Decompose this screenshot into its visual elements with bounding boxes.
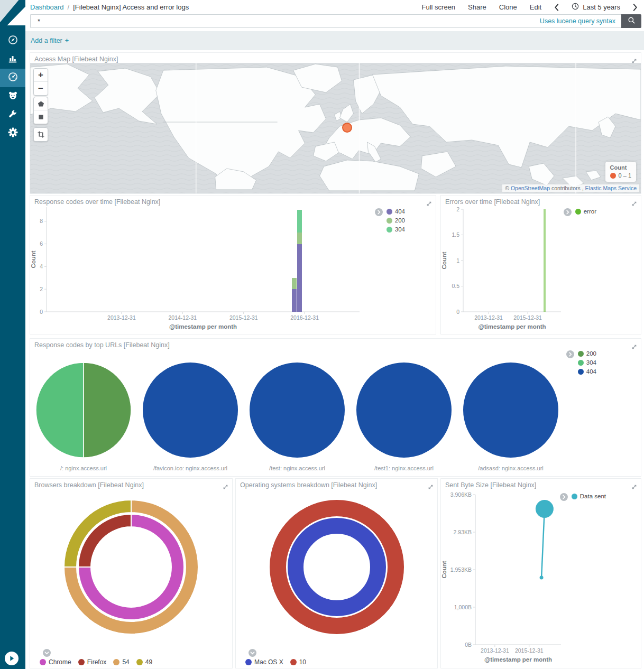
legend-item-error[interactable]: error (575, 208, 596, 215)
legend-item-200[interactable]: 200 (578, 350, 596, 357)
legend-collapse-icon[interactable] (43, 649, 51, 657)
expand-icon[interactable] (631, 57, 637, 66)
expand-icon[interactable] (428, 482, 434, 492)
fit-bounds-button[interactable] (34, 128, 48, 141)
sidebar-item-visualize[interactable] (0, 50, 25, 69)
full-screen-button[interactable]: Full screen (422, 3, 456, 11)
expand-icon[interactable] (631, 199, 637, 209)
browsers-legend: Chrome Firefox 54 49 (40, 658, 152, 666)
panel-title: Browsers breakdown [Filebeat Nginx] (34, 481, 144, 489)
clone-button[interactable]: Clone (499, 3, 517, 11)
chart-legend: error (564, 208, 596, 216)
legend-item-49[interactable]: 49 (136, 658, 152, 666)
legend-item-200[interactable]: 200 (387, 217, 405, 224)
legend-toggle-icon[interactable] (564, 208, 572, 216)
breadcrumb-dashboard-link[interactable]: Dashboard (30, 3, 64, 11)
zoom-out-button[interactable]: − (34, 82, 48, 95)
svg-text:2016-12-31: 2016-12-31 (290, 314, 319, 321)
add-filter-link[interactable]: Add a filter (31, 37, 62, 44)
svg-text:@timestamp per month: @timestamp per month (478, 323, 546, 330)
pie-chart[interactable]: /test1: nginx.access.url (351, 349, 457, 474)
pie-chart[interactable]: /test: nginx.access.url (244, 349, 351, 474)
legend-item-chrome[interactable]: Chrome (40, 658, 71, 666)
elastic-maps-link[interactable]: Elastic Maps Service (585, 185, 637, 191)
pie-chart[interactable]: /adsasd: nginx.access.url (457, 349, 564, 474)
top-actions: Full screen Share Clone Edit Last 5 year… (422, 3, 638, 12)
svg-text:2015-12-31: 2015-12-31 (515, 647, 544, 654)
top-navbar: Dashboard / [Filebeat Nginx] Access and … (25, 0, 644, 14)
response-codes-chart[interactable]: 024682013-12-312014-12-312015-12-312016-… (30, 205, 400, 334)
sidebar-item-management[interactable] (0, 124, 25, 143)
chart-legend: Data sent (560, 493, 606, 501)
expand-icon[interactable] (426, 199, 432, 209)
browsers-donut-chart[interactable] (63, 499, 199, 637)
os-donut-chart[interactable] (269, 499, 405, 637)
time-back-button[interactable] (554, 4, 559, 11)
expand-icon[interactable] (631, 482, 637, 492)
sidebar-item-discover[interactable] (0, 32, 25, 50)
legend-item-304[interactable]: 304 (387, 226, 405, 233)
series-dot (572, 494, 577, 499)
sent-bytes-chart[interactable]: 0B1,000B1.953KB2.93KB3.906KB2013-12-3120… (441, 484, 642, 668)
draw-rectangle-button[interactable] (34, 110, 48, 124)
legend-item-404[interactable]: 404 (387, 208, 405, 215)
sidebar-item-dev-tools[interactable] (0, 106, 25, 124)
svg-text:0.5: 0.5 (452, 283, 459, 289)
svg-text:@timestamp per month: @timestamp per month (484, 656, 552, 663)
errors-chart[interactable]: 00.511.522013-12-312015-12-31@timestamp … (441, 205, 610, 334)
sidebar-collapse-button[interactable] (5, 652, 19, 665)
draw-polygon-button[interactable] (34, 97, 48, 110)
pie-label: /: nginx.access.url (30, 465, 137, 471)
kibana-logo[interactable] (0, 0, 25, 25)
series-dot (40, 659, 46, 665)
pie-chart[interactable]: /favicon.ico: nginx.access.url (137, 349, 244, 474)
time-forward-button[interactable] (633, 4, 638, 11)
sidebar-item-dashboard[interactable] (0, 69, 25, 87)
edit-button[interactable]: Edit (530, 3, 541, 11)
url-pie-charts: /: nginx.access.url/favicon.ico: nginx.a… (30, 349, 565, 474)
legend-item-404[interactable]: 404 (578, 368, 596, 375)
legend-label: Chrome (49, 658, 71, 666)
world-map[interactable]: + − Count 0 – 1 © OpenStreetMap contribu… (30, 63, 641, 193)
legend-item-firefox[interactable]: Firefox (78, 658, 107, 666)
openstreetmap-link[interactable]: OpenStreetMap (511, 185, 550, 191)
legend-item-data-sent[interactable]: Data sent (572, 493, 606, 499)
legend-toggle-icon[interactable] (566, 350, 574, 358)
legend-label: 200 (395, 217, 405, 224)
series-dot (136, 659, 143, 665)
series-dot (578, 360, 584, 366)
os-legend: Mac OS X 10 (245, 658, 306, 666)
svg-text:3.906KB: 3.906KB (450, 491, 472, 498)
series-dot (578, 351, 584, 357)
legend-item-304[interactable]: 304 (578, 359, 596, 366)
legend-item-54[interactable]: 54 (113, 658, 129, 666)
map-legend: Count 0 – 1 (605, 162, 636, 182)
timelion-icon (8, 90, 18, 103)
legend-toggle-icon[interactable] (560, 493, 568, 501)
svg-text:Count: Count (441, 561, 447, 578)
search-query-input[interactable] (31, 17, 540, 25)
search-button[interactable] (621, 14, 641, 28)
legend-item-10[interactable]: 10 (290, 658, 306, 666)
sidebar-item-timelion[interactable] (0, 87, 25, 106)
svg-text:1: 1 (456, 257, 459, 264)
svg-text:6: 6 (40, 240, 43, 247)
expand-icon[interactable] (223, 482, 228, 492)
legend-item-macosx[interactable]: Mac OS X (245, 658, 283, 666)
expand-icon[interactable] (631, 342, 637, 352)
zoom-in-button[interactable]: + (34, 69, 48, 82)
time-picker[interactable]: Last 5 years (572, 3, 620, 12)
svg-text:1,000B: 1,000B (454, 604, 472, 610)
legend-toggle-icon[interactable] (375, 208, 383, 216)
add-filter-plus-icon[interactable]: + (65, 37, 69, 44)
pie-chart[interactable]: /: nginx.access.url (30, 349, 137, 474)
svg-text:2013-12-31: 2013-12-31 (481, 647, 509, 654)
series-dot (575, 209, 581, 215)
map-attribution: © OpenStreetMap contributors , Elastic M… (502, 184, 639, 192)
panel-title: Response codes over time [Filebeat Nginx… (34, 198, 160, 206)
lucene-syntax-link[interactable]: Uses lucene query syntax (540, 17, 621, 25)
geo-point-marker[interactable] (342, 123, 352, 133)
share-button[interactable]: Share (468, 3, 486, 11)
legend-collapse-icon[interactable] (249, 649, 256, 657)
search-icon (628, 16, 636, 26)
